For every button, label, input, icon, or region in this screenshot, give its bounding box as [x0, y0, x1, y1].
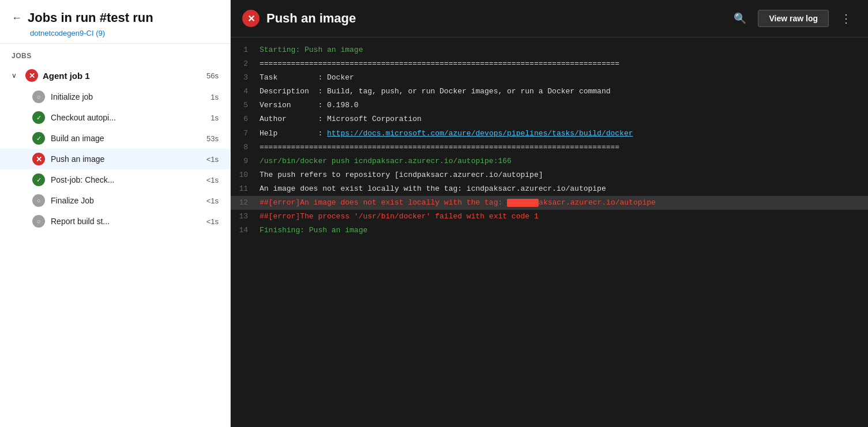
back-arrow-icon: ← [12, 12, 22, 24]
line-content: ========================================… [260, 141, 856, 154]
view-raw-log-button[interactable]: View raw log [758, 10, 829, 27]
step-status-icon: ✕ [32, 153, 45, 165]
step-duration: <1s [201, 197, 219, 205]
right-header: ✕ Push an image 🔍 View raw log ⋮ [231, 0, 868, 37]
line-number: 3 [231, 71, 260, 84]
step-duration: 1s [201, 93, 219, 101]
step-row[interactable]: ✓ Post-job: Check... <1s [0, 169, 230, 190]
line-number: 9 [231, 155, 260, 168]
left-panel: ← Jobs in run #test run dotnetcodegen9-C… [0, 0, 231, 427]
line-number: 4 [231, 85, 260, 98]
log-line: 13##[error]The process '/usr/bin/docker'… [231, 210, 868, 224]
line-content: An image does not exist locally with the… [260, 183, 856, 195]
more-options-button[interactable]: ⋮ [836, 9, 856, 28]
log-line: 6Author : Microsoft Corporation [231, 112, 868, 126]
log-line: 9/usr/bin/docker push icndpaksacr.azurec… [231, 154, 868, 168]
line-number: 12 [231, 197, 260, 209]
line-content: Help : https://docs.microsoft.com/azure/… [260, 127, 856, 140]
step-row[interactable]: ✓ Checkout autopi... 1s [0, 107, 230, 128]
step-status-icon: ○ [32, 90, 45, 103]
step-name: Post-job: Check... [51, 175, 196, 184]
right-title: Push an image [266, 11, 722, 26]
line-content: Task : Docker [260, 71, 856, 84]
line-number: 5 [231, 99, 260, 112]
line-content: Version : 0.198.0 [260, 99, 856, 112]
help-link[interactable]: https://docs.microsoft.com/azure/devops/… [327, 129, 633, 138]
search-button[interactable]: 🔍 [729, 10, 751, 27]
jobs-section-label: Jobs [0, 44, 230, 65]
page-title: Jobs in run #test run [28, 10, 153, 25]
line-number: 7 [231, 127, 260, 140]
step-name: Initialize job [51, 92, 196, 101]
log-line: 7Help : https://docs.microsoft.com/azure… [231, 127, 868, 141]
step-duration: 1s [201, 114, 219, 122]
chevron-icon: ∨ [12, 71, 21, 80]
agent-job-duration: 56s [198, 71, 219, 80]
left-header: ← Jobs in run #test run dotnetcodegen9-C… [0, 0, 230, 44]
line-content: ========================================… [260, 58, 856, 70]
line-content: ##[error]An image does not exist locally… [260, 197, 856, 209]
subtitle: dotnetcodegen9-CI (9) [30, 29, 219, 37]
back-button[interactable]: ← Jobs in run #test run [12, 10, 219, 25]
log-line: 8=======================================… [231, 141, 868, 154]
agent-job-name: Agent job 1 [43, 71, 194, 81]
step-duration: <1s [201, 176, 219, 184]
log-line: 3Task : Docker [231, 71, 868, 85]
agent-job-row[interactable]: ∨ ✕ Agent job 1 56s [0, 65, 230, 86]
step-list: ○ Initialize job 1s ✓ Checkout autopi...… [0, 86, 230, 232]
step-duration: <1s [201, 155, 219, 164]
step-row[interactable]: ○ Initialize job 1s [0, 86, 230, 107]
log-line: 10The push refers to repository [icndpak… [231, 168, 868, 182]
line-content: Starting: Push an image [260, 44, 856, 56]
log-line: 4Description : Build, tag, push, or run … [231, 85, 868, 99]
line-content: /usr/bin/docker push icndpaksacr.azurecr… [260, 155, 856, 168]
line-content: The push refers to repository [icndpaksa… [260, 169, 856, 182]
step-status-icon: ✓ [32, 111, 45, 124]
line-number: 14 [231, 224, 260, 237]
log-line: 2=======================================… [231, 57, 868, 71]
line-content: Finishing: Push an image [260, 224, 856, 237]
step-row[interactable]: ○ Report build st... <1s [0, 211, 230, 232]
step-status-icon: ✓ [32, 132, 45, 145]
right-panel: ✕ Push an image 🔍 View raw log ⋮ 1Starti… [231, 0, 868, 427]
line-number: 2 [231, 58, 260, 70]
step-name: Report build st... [51, 217, 196, 226]
log-line: 12##[error]An image does not exist local… [231, 196, 868, 210]
line-number: 13 [231, 210, 260, 223]
line-number: 11 [231, 183, 260, 195]
log-line: 11An image does not exist locally with t… [231, 182, 868, 196]
log-line: 5Version : 0.198.0 [231, 99, 868, 112]
error-badge-icon: ✕ [242, 10, 260, 27]
step-duration: 53s [201, 134, 219, 143]
log-line: 1Starting: Push an image [231, 43, 868, 57]
log-line: 14Finishing: Push an image [231, 224, 868, 237]
agent-job-status-icon: ✕ [25, 69, 38, 82]
step-name: Checkout autopi... [51, 113, 196, 122]
line-number: 8 [231, 141, 260, 154]
line-number: 10 [231, 169, 260, 182]
step-status-icon: ✓ [32, 173, 45, 186]
redacted-text: ​ [507, 199, 539, 207]
step-name: Finalize Job [51, 196, 196, 205]
line-content: Description : Build, tag, push, or run D… [260, 85, 856, 98]
log-area: 1Starting: Push an image2===============… [231, 37, 868, 427]
line-content: Author : Microsoft Corporation [260, 113, 856, 126]
line-content: ##[error]The process '/usr/bin/docker' f… [260, 210, 856, 223]
step-status-icon: ○ [32, 215, 45, 228]
step-status-icon: ○ [32, 194, 45, 207]
step-row[interactable]: ✕ Push an image <1s [0, 149, 230, 169]
step-name: Push an image [51, 154, 196, 164]
line-number: 6 [231, 113, 260, 126]
line-number: 1 [231, 44, 260, 56]
step-name: Build an image [51, 134, 196, 143]
step-row[interactable]: ○ Finalize Job <1s [0, 190, 230, 211]
step-row[interactable]: ✓ Build an image 53s [0, 128, 230, 149]
step-duration: <1s [201, 217, 219, 226]
